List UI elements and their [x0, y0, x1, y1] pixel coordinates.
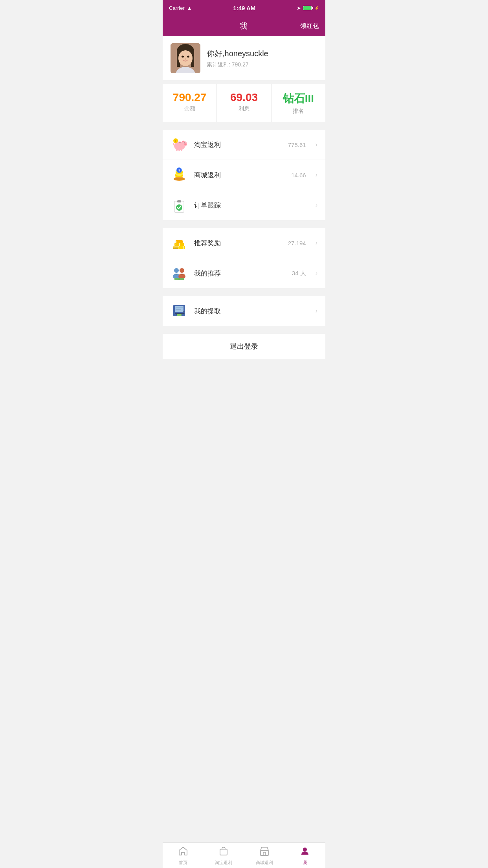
battery-icon	[303, 6, 312, 10]
chevron-icon: ›	[316, 307, 317, 314]
svg-rect-26	[174, 178, 185, 180]
chevron-icon: ›	[316, 141, 317, 148]
piggy-icon: ¥	[171, 136, 188, 153]
svg-point-17	[184, 143, 185, 143]
divider-4	[163, 330, 325, 334]
svg-point-51	[174, 268, 179, 273]
divider-2	[163, 224, 325, 228]
wifi-icon: ▲	[187, 5, 192, 11]
stat-balance[interactable]: 790.27 余额	[163, 84, 217, 122]
recommend-reward-value: 27.194	[288, 240, 306, 246]
recommend-reward-label: 推荐奖励	[194, 239, 282, 248]
status-bar: Carrier ▲ 1:49 AM ➤ ⚡	[163, 0, 325, 16]
stat-interest[interactable]: 69.03 利息	[217, 84, 271, 122]
atm-icon	[171, 302, 188, 320]
svg-point-14	[185, 144, 185, 144]
stats-section: 790.27 余额 69.03 利息 钻石III 排名	[163, 84, 325, 122]
menu-item-my-recommend[interactable]: 我的推荐 34 人 ›	[163, 258, 325, 288]
taobao-rebate-label: 淘宝返利	[194, 140, 282, 149]
my-recommend-value: 34 人	[292, 270, 306, 277]
svg-rect-19	[176, 149, 178, 151]
menu-group-2: 推荐奖励 27.194 › 我的推荐 34 人	[163, 228, 325, 288]
profile-info: 你好,honeysuckle 累计返利: 790.27	[207, 48, 317, 68]
svg-rect-20	[178, 149, 180, 151]
svg-point-53	[180, 268, 184, 273]
status-carrier: Carrier ▲	[169, 5, 192, 11]
divider-1	[163, 126, 325, 130]
svg-rect-18	[179, 142, 181, 143]
svg-rect-21	[181, 149, 182, 151]
bolt-icon: ⚡	[314, 6, 319, 10]
svg-rect-62	[175, 306, 183, 312]
rank-value: 钻石III	[283, 91, 314, 106]
page-header: 我 领红包	[163, 16, 325, 36]
chevron-icon: ›	[316, 202, 317, 209]
svg-rect-65	[175, 313, 183, 314]
location-icon: ➤	[297, 5, 301, 11]
profile-rebate: 累计返利: 790.27	[207, 61, 317, 68]
svg-point-69	[183, 311, 185, 313]
profile-section: 你好,honeysuckle 累计返利: 790.27	[163, 36, 325, 80]
divider-3	[163, 292, 325, 296]
menu-item-taobao-rebate[interactable]: ¥ 淘宝返利 775.61 ›	[163, 130, 325, 160]
chevron-icon: ›	[316, 171, 317, 178]
svg-rect-44	[183, 246, 185, 249]
clipboard-icon	[171, 197, 188, 214]
svg-text:$: $	[178, 169, 180, 172]
rank-label: 排名	[293, 108, 304, 115]
order-tracking-label: 订单跟踪	[194, 201, 300, 210]
svg-point-70	[183, 313, 185, 314]
svg-rect-43	[178, 246, 183, 249]
gold-icon	[171, 234, 188, 252]
status-time: 1:49 AM	[233, 5, 255, 11]
interest-label: 利息	[238, 105, 250, 112]
menu-item-recommend-reward[interactable]: 推荐奖励 27.194 ›	[163, 228, 325, 258]
people-icon	[171, 265, 188, 282]
balance-value: 790.27	[173, 91, 207, 104]
menu-group-1: ¥ 淘宝返利 775.61 › $	[163, 130, 325, 220]
menu-item-order-tracking[interactable]: 订单跟踪 ›	[163, 190, 325, 220]
svg-point-6	[182, 56, 184, 58]
bottom-spacer	[163, 363, 325, 390]
menu-item-my-withdraw[interactable]: 我的提取 ›	[163, 296, 325, 326]
svg-point-5	[178, 50, 193, 66]
svg-point-13	[184, 143, 187, 145]
menu-group-3: 我的提取 ›	[163, 296, 325, 326]
stat-rank[interactable]: 钻石III 排名	[272, 84, 325, 122]
chevron-icon: ›	[316, 270, 317, 277]
profile-name: 你好,honeysuckle	[207, 48, 317, 59]
svg-point-15	[185, 144, 186, 144]
logout-button[interactable]: 退出登录	[163, 334, 325, 359]
svg-point-8	[185, 59, 186, 60]
mall-rebate-label: 商城返利	[194, 171, 285, 180]
balance-label: 余额	[184, 105, 195, 112]
logout-section: 退出登录	[163, 334, 325, 359]
header-action-button[interactable]: 领红包	[300, 22, 319, 30]
mall-rebate-value: 14.66	[291, 172, 306, 178]
menu-item-mall-rebate[interactable]: $ 商城返利 14.66 ›	[163, 160, 325, 190]
svg-point-7	[187, 56, 189, 58]
avatar[interactable]	[171, 43, 200, 73]
taobao-rebate-value: 775.61	[288, 142, 306, 148]
interest-value: 69.03	[230, 91, 258, 104]
svg-point-58	[178, 278, 180, 280]
svg-rect-39	[177, 200, 181, 202]
status-indicators: ➤ ⚡	[297, 5, 319, 11]
my-withdraw-label: 我的提取	[194, 307, 300, 316]
coin-icon: $	[171, 166, 188, 184]
chevron-icon: ›	[316, 239, 317, 246]
page-title: 我	[240, 21, 248, 31]
svg-text:¥: ¥	[175, 140, 176, 142]
my-recommend-label: 我的推荐	[194, 269, 286, 278]
svg-rect-46	[180, 243, 184, 246]
